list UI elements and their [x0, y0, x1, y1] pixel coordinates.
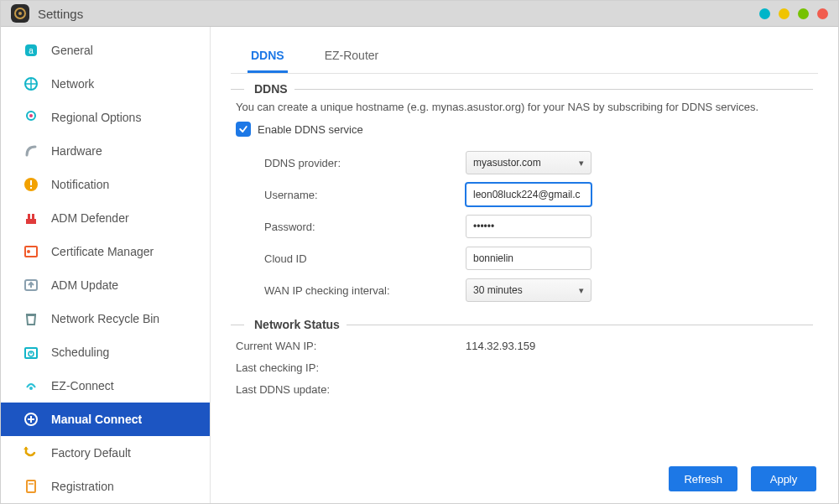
section-title: DDNS [249, 82, 288, 96]
regional-icon [23, 109, 39, 126]
ddns-form: DDNS provider: myasustor.com ▾ Username: [264, 147, 813, 306]
svg-point-16 [27, 250, 30, 253]
body: aGeneralNetworkRegional OptionsHardwareN… [1, 27, 838, 503]
sidebar-item-label: Regional Options [51, 111, 141, 124]
chevron-down-icon: ▾ [579, 158, 584, 169]
manualconnect-icon [23, 411, 39, 428]
enable-ddns-label: Enable DDNS service [258, 123, 363, 136]
sidebar-item-registration[interactable]: Registration [1, 470, 210, 503]
ddns-provider-value: myasustor.com [473, 157, 541, 169]
section-title: Network Status [249, 318, 340, 331]
app-icon [11, 4, 29, 23]
svg-point-8 [29, 114, 33, 117]
update-icon [23, 277, 39, 294]
apply-button[interactable]: Apply [751, 466, 816, 491]
cloudid-input[interactable] [473, 252, 584, 264]
tab-ezrouter[interactable]: EZ-Router [321, 40, 383, 73]
check-icon [238, 124, 248, 134]
username-label: Username: [264, 189, 466, 201]
hardware-icon [23, 143, 39, 159]
enable-ddns-row[interactable]: Enable DDNS service [236, 122, 813, 137]
sidebar-item-network[interactable]: Network [1, 67, 210, 101]
sidebar-item-notification[interactable]: Notification [1, 168, 210, 201]
sidebar-item-label: Factory Default [51, 446, 131, 460]
sidebar-item-regional-options[interactable]: Regional Options [1, 101, 210, 134]
gear-icon [13, 7, 27, 20]
sidebar-item-label: Notification [51, 178, 109, 191]
password-input-wrapper[interactable] [466, 215, 591, 238]
current-wan-ip-value: 114.32.93.159 [466, 340, 535, 352]
wan-interval-value: 30 minutes [473, 284, 523, 296]
ezconnect-icon [23, 377, 39, 394]
last-checking-ip-label: Last checking IP: [236, 361, 466, 374]
password-input[interactable] [473, 221, 584, 232]
last-ddns-update-label: Last DDNS update: [236, 383, 466, 396]
sidebar-item-label: EZ-Connect [51, 379, 114, 392]
sidebar-item-certificate-manager[interactable]: Certificate Manager [1, 235, 210, 268]
window-control-dot-red[interactable] [817, 8, 828, 19]
current-wan-ip-label: Current WAN IP: [236, 340, 466, 352]
notification-icon [23, 176, 39, 193]
svg-point-1 [18, 12, 22, 15]
cloudid-label: Cloud ID [264, 252, 466, 265]
svg-rect-13 [28, 214, 30, 219]
section-header-netstatus: Network Status [231, 318, 813, 331]
enable-ddns-checkbox[interactable] [236, 122, 251, 137]
tab-panel-ddns: DDNS You can create a unique hostname (e… [231, 82, 818, 503]
refresh-button[interactable]: Refresh [669, 466, 737, 491]
chevron-down-icon: ▾ [579, 285, 584, 296]
window-control-dot-teal[interactable] [759, 8, 770, 19]
window-control-dot-yellow[interactable] [779, 8, 789, 19]
sidebar-item-scheduling[interactable]: Scheduling [1, 335, 210, 369]
ddns-provider-select[interactable]: myasustor.com ▾ [466, 151, 591, 174]
sidebar-item-label: Manual Connect [51, 413, 142, 426]
main-panel: DDNSEZ-Router DDNS You can create a uniq… [211, 27, 838, 503]
window-title: Settings [38, 7, 83, 21]
sidebar-item-adm-update[interactable]: ADM Update [1, 268, 210, 302]
sidebar-item-factory-default[interactable]: Factory Default [1, 436, 210, 470]
svg-rect-11 [30, 187, 32, 189]
recycle-icon [23, 310, 39, 327]
sidebar-item-label: Registration [51, 480, 114, 493]
sidebar-item-adm-defender[interactable]: ADM Defender [1, 201, 210, 235]
sidebar-item-manual-connect[interactable]: Manual Connect [1, 403, 210, 436]
network-icon [23, 75, 39, 92]
factory-icon [23, 444, 39, 461]
sidebar-item-hardware[interactable]: Hardware [1, 134, 210, 168]
username-input-wrapper[interactable] [466, 183, 591, 206]
window-control-dot-green[interactable] [798, 8, 809, 19]
certificate-icon [23, 243, 39, 260]
password-label: Password: [264, 221, 466, 233]
tabs: DDNSEZ-Router [231, 40, 818, 74]
sidebar: aGeneralNetworkRegional OptionsHardwareN… [1, 27, 211, 503]
sidebar-item-label: Hardware [51, 144, 102, 158]
tab-ddns[interactable]: DDNS [248, 40, 288, 73]
defender-icon [23, 210, 39, 226]
sidebar-item-label: General [51, 44, 93, 57]
svg-rect-10 [30, 180, 32, 185]
username-input[interactable] [473, 189, 584, 200]
registration-icon [23, 478, 39, 495]
sidebar-item-ez-connect[interactable]: EZ-Connect [1, 369, 210, 403]
sidebar-item-label: Scheduling [51, 346, 109, 359]
sidebar-item-general[interactable]: aGeneral [1, 34, 210, 67]
svg-text:a: a [29, 46, 34, 55]
cloudid-input-wrapper[interactable] [466, 247, 591, 270]
sidebar-item-label: Network [51, 77, 94, 91]
svg-point-22 [29, 387, 33, 390]
footer-buttons: Refresh Apply [669, 466, 816, 491]
provider-label: DDNS provider: [264, 157, 466, 169]
sidebar-item-label: ADM Defender [51, 211, 129, 225]
sidebar-item-network-recycle-bin[interactable]: Network Recycle Bin [1, 302, 210, 335]
svg-rect-24 [27, 481, 35, 492]
ddns-description: You can create a unique hostname (e.g. m… [236, 101, 813, 113]
general-icon: a [23, 42, 39, 59]
section-header-ddns: DDNS [231, 82, 813, 96]
sidebar-item-label: Certificate Manager [51, 245, 154, 258]
settings-window: Settings aGeneralNetworkRegional Options… [0, 0, 839, 504]
svg-rect-12 [26, 219, 36, 224]
titlebar: Settings [1, 1, 838, 27]
sidebar-item-label: ADM Update [51, 278, 118, 292]
wan-interval-select[interactable]: 30 minutes ▾ [466, 278, 591, 302]
interval-label: WAN IP checking interval: [264, 284, 466, 297]
